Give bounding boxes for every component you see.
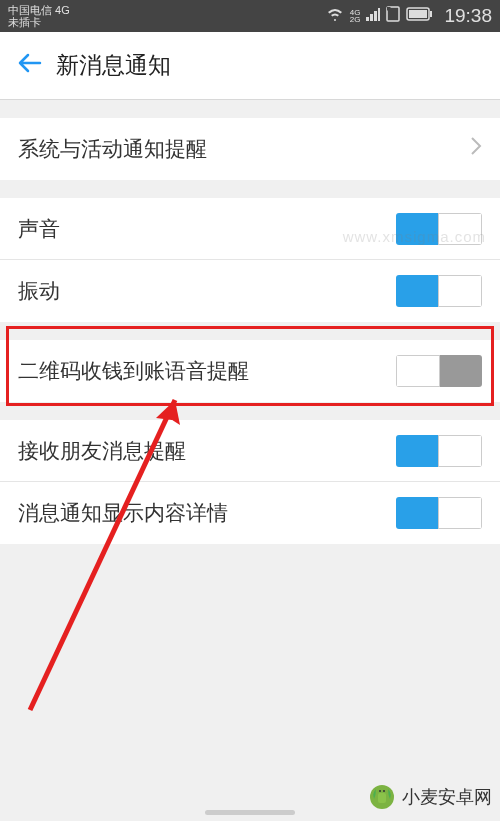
page-title: 新消息通知 [56,50,171,81]
section-gap [0,100,500,118]
logo-icon [366,781,398,813]
svg-rect-3 [409,10,427,18]
svg-point-7 [383,790,385,792]
status-left: 中国电信 4G 未插卡 [8,4,70,28]
toggle-qr-voice[interactable] [396,355,482,387]
row-vibrate: 振动 [0,260,500,322]
network-type-icon: 4G 2G [350,9,361,23]
chevron-right-icon [470,136,482,162]
back-button[interactable] [16,49,42,83]
carrier-text: 中国电信 4G [8,4,70,16]
section-gap [0,180,500,198]
row-label-vibrate: 振动 [18,277,396,305]
row-label-friend-msg: 接收朋友消息提醒 [18,437,396,465]
row-show-content: 消息通知显示内容详情 [0,482,500,544]
section-gap [0,322,500,340]
watermark-logo-text: 小麦安卓网 [402,785,492,809]
wifi-icon [326,6,344,26]
battery-icon [406,6,432,26]
sim-icon [386,6,400,27]
nav-pill [205,810,295,815]
row-label-show-content: 消息通知显示内容详情 [18,499,396,527]
status-right: 4G 2G 19:38 [326,5,492,27]
row-sound: 声音 [0,198,500,260]
toggle-vibrate[interactable] [396,275,482,307]
signal-icon [366,6,380,26]
section-gap [0,402,500,420]
row-label-system: 系统与活动通知提醒 [18,135,470,163]
status-bar: 中国电信 4G 未插卡 4G 2G 19:38 [0,0,500,32]
toggle-friend-msg[interactable] [396,435,482,467]
svg-rect-5 [378,793,386,803]
toggle-sound[interactable] [396,213,482,245]
row-qr-voice: 二维码收钱到账语音提醒 [0,340,500,402]
status-time: 19:38 [444,5,492,27]
row-label-sound: 声音 [18,215,396,243]
row-friend-msg: 接收朋友消息提醒 [0,420,500,482]
toggle-show-content[interactable] [396,497,482,529]
row-system-notify[interactable]: 系统与活动通知提醒 [0,118,500,180]
watermark-logo: 小麦安卓网 [366,781,492,813]
svg-rect-2 [430,11,432,17]
row-label-qr-voice: 二维码收钱到账语音提醒 [18,357,396,385]
sim-text: 未插卡 [8,16,70,28]
svg-point-6 [379,790,381,792]
header: 新消息通知 [0,32,500,100]
